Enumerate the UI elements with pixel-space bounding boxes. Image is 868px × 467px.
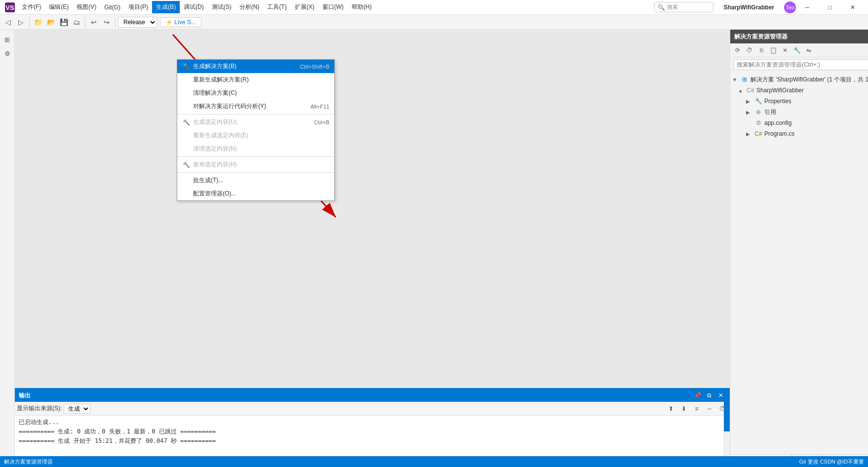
tree-arrow-program-cs: ▶ (746, 131, 754, 137)
clean-selection-icon (182, 145, 190, 153)
output-toolbar: 显示输出来源(S): 生成 ⬆ ⬇ ≡ ↔ ⏱ (15, 402, 730, 416)
analyze-solution-shortcut: Alt+F11 (311, 104, 329, 110)
sol-tb-history-btn[interactable]: ⏱ (744, 45, 755, 56)
output-toolbar-btn3[interactable]: ≡ (691, 403, 702, 414)
tree-project-label: SharpWifiGrabber (756, 87, 804, 94)
toolbar-redo-btn[interactable]: ↪ (101, 16, 113, 28)
minimize-button[interactable]: ─ (796, 0, 819, 15)
output-controls: 📌 ⧉ ✕ (692, 390, 726, 400)
tree-program-cs[interactable]: ▶ C# Program.cs (730, 128, 868, 139)
solution-explorer-title: 解决方案资源管理器 (734, 33, 788, 41)
menu-file[interactable]: 文件(F) (18, 1, 45, 13)
sol-tb-properties-btn[interactable]: 🔧 (791, 45, 802, 56)
sidebar-toolbox-icon[interactable]: ⊞ (1, 34, 13, 45)
tree-properties[interactable]: ▶ 🔧 Properties (730, 96, 868, 107)
vs-logo-icon: VS (4, 1, 16, 13)
toolbar-open-btn[interactable]: 📂 (45, 16, 57, 28)
build-solution-icon: 🔨 (182, 63, 190, 71)
avatar[interactable]: Teo (784, 1, 796, 13)
status-left: 解决方案资源管理器 (4, 458, 53, 466)
output-source-dropdown[interactable]: 生成 (64, 404, 90, 414)
main-layout: ⊞ ⚙ 🔨 生成解决方案(B) Ctrl+Shift+B (0, 30, 868, 467)
close-button[interactable]: ✕ (841, 0, 864, 15)
output-pin-button[interactable]: 📌 (692, 390, 702, 400)
menu-git[interactable]: Git(G) (100, 2, 124, 13)
menu-help[interactable]: 帮助(H) (348, 1, 376, 13)
status-bar: 解决方案资源管理器 Git 更改 CSDN @ID不重要 (0, 456, 868, 467)
config-manager-icon (182, 190, 190, 198)
toolbar-save-btn[interactable]: 💾 (58, 16, 70, 28)
menu-build[interactable]: 生成(B) (152, 1, 180, 13)
menu-batch-build[interactable]: 批生成(T)... (177, 174, 334, 187)
menu-clean-selection: 清理选定内容(N) (177, 142, 334, 156)
toolbar-back-btn[interactable]: ◁ (2, 16, 14, 28)
tree-solution-root[interactable]: ▼ ⊞ 解决方案 'SharpWifiGrabber' (1 个项目，共 1) (730, 74, 868, 85)
menu-project[interactable]: 项目(P) (124, 1, 152, 13)
output-toolbar-btn1[interactable]: ⬆ (666, 403, 676, 414)
output-toolbar-btn4[interactable]: ↔ (704, 403, 715, 414)
tree-project[interactable]: ▲ C# SharpWifiGrabber (730, 85, 868, 96)
output-close-button[interactable]: ✕ (716, 390, 726, 400)
menu-test[interactable]: 测试(S) (208, 1, 236, 13)
menu-bar: 文件(F) 编辑(E) 视图(V) Git(G) 项目(P) 生成(B) 调试(… (18, 1, 654, 13)
menu-view[interactable]: 视图(V) (73, 1, 100, 13)
sol-tb-delete-btn[interactable]: ✕ (780, 45, 790, 56)
clean-selection-label: 清理选定内容(N) (193, 145, 237, 153)
output-line-2: ========== 生成: 0 成功，0 失败，1 最新，0 已跳过 ====… (19, 427, 726, 436)
menu-config-manager[interactable]: 配置管理器(O)... (177, 187, 334, 200)
menu-analyze[interactable]: 分析(N) (236, 1, 264, 13)
tree-app-config-label: app.config (764, 119, 791, 126)
tree-arrow-properties: ▶ (746, 99, 754, 104)
menu-extensions[interactable]: 扩展(X) (291, 1, 318, 13)
tree-references[interactable]: ▶ ⊕ 引用 (730, 107, 868, 117)
references-icon: ⊕ (754, 108, 763, 117)
toolbar-forward-btn[interactable]: ▷ (15, 16, 27, 28)
tree-app-config[interactable]: ⚙ app.config (730, 117, 868, 128)
analyze-solution-label: 对解决方案运行代码分析(Y) (193, 102, 266, 111)
solution-explorer-tree: ▼ ⊞ 解决方案 'SharpWifiGrabber' (1 个项目，共 1) … (730, 72, 868, 454)
status-right: Git 更改 CSDN @ID不重要 (799, 458, 864, 466)
menu-analyze-solution[interactable]: 对解决方案运行代码分析(Y) Alt+F11 (177, 100, 334, 113)
tree-references-label: 引用 (764, 108, 776, 117)
toolbar-new-project-btn[interactable]: 📁 (32, 16, 44, 28)
tree-solution-label: 解决方案 'SharpWifiGrabber' (1 个项目，共 1) (750, 76, 868, 84)
menu-debug[interactable]: 调试(D) (180, 1, 208, 13)
menu-rebuild-solution[interactable]: 重新生成解决方案(R) (177, 73, 334, 86)
menu-edit[interactable]: 编辑(E) (45, 1, 73, 13)
menu-tools[interactable]: 工具(T) (263, 1, 290, 13)
tree-properties-label: Properties (764, 98, 791, 105)
solution-icon: ⊞ (740, 75, 749, 84)
toolbar-save-all-btn[interactable]: 🗂 (71, 16, 82, 28)
output-toolbar-btn2[interactable]: ⬇ (678, 403, 689, 414)
global-search[interactable]: 🔍 搜索 (654, 2, 713, 12)
menu-build-solution[interactable]: 🔨 生成解决方案(B) Ctrl+Shift+B (177, 60, 334, 73)
sol-tb-filter-btn[interactable]: ⇋ (803, 45, 814, 56)
sidebar-server-icon[interactable]: ⚙ (1, 47, 13, 59)
solution-explorer-header: 解决方案资源管理器 (730, 30, 868, 43)
solution-explorer-toolbar: ⟳ ⏱ ⎘ 📋 ✕ 🔧 ⇋ (730, 43, 868, 57)
app-title: SharpWifiGrabber (723, 4, 774, 11)
batch-build-icon (182, 177, 190, 185)
solution-explorer-panel: 解决方案资源管理器 ⟳ ⏱ ⎘ 📋 ✕ 🔧 ⇋ ▼ ⊞ 解决方案 'SharpW… (730, 30, 868, 467)
dropdown-menu: 🔨 生成解决方案(B) Ctrl+Shift+B 重新生成解决方案(R) 清理解… (177, 59, 335, 201)
config-dropdown[interactable]: Release (118, 17, 157, 28)
output-float-button[interactable]: ⧉ (704, 390, 714, 400)
toolbar-undo-btn[interactable]: ↩ (88, 16, 100, 28)
live-share-button[interactable]: ⚡ Live S... (160, 17, 201, 27)
center-area: 🔨 生成解决方案(B) Ctrl+Shift+B 重新生成解决方案(R) 清理解… (15, 30, 730, 467)
menu-sep-3 (177, 172, 334, 173)
sol-tb-copy-btn[interactable]: ⎘ (756, 45, 767, 56)
project-icon: C# (746, 86, 755, 95)
menu-publish-selection: 🔨 发布选定内容(H) (177, 158, 334, 171)
menu-clean-solution[interactable]: 清理解决方案(C) (177, 86, 334, 100)
menu-window[interactable]: 窗口(W) (318, 1, 348, 13)
solution-explorer-search[interactable] (733, 59, 868, 70)
sol-tb-paste-btn[interactable]: 📋 (768, 45, 779, 56)
menu-build-selection: 🔨 生成选定内容(U) Ctrl+B (177, 116, 334, 129)
sol-tb-sync-btn[interactable]: ⟳ (732, 45, 743, 56)
maximize-button[interactable]: □ (819, 0, 841, 15)
output-scrollbar-thumb[interactable] (724, 402, 730, 431)
output-line-1: 已启动生成... (19, 418, 726, 427)
app-config-icon: ⚙ (754, 118, 763, 127)
search-icon: 🔍 (658, 4, 665, 11)
